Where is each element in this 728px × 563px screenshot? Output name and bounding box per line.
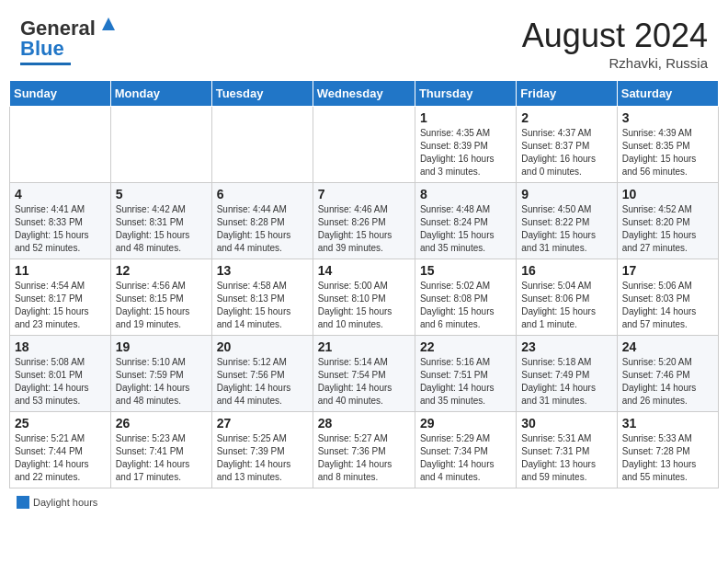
day-info: Sunrise: 4:52 AM Sunset: 8:20 PM Dayligh… — [622, 203, 713, 255]
day-number: 3 — [622, 110, 713, 125]
day-number: 17 — [622, 263, 713, 278]
calendar-week-row: 25Sunrise: 5:21 AM Sunset: 7:44 PM Dayli… — [10, 412, 719, 488]
day-number: 4 — [15, 187, 106, 201]
day-info: Sunrise: 4:44 AM Sunset: 8:28 PM Dayligh… — [217, 203, 308, 255]
table-row: 21Sunrise: 5:14 AM Sunset: 7:54 PM Dayli… — [313, 336, 415, 412]
table-row: 26Sunrise: 5:23 AM Sunset: 7:41 PM Dayli… — [110, 412, 211, 488]
table-row: 17Sunrise: 5:06 AM Sunset: 8:03 PM Dayli… — [617, 259, 718, 336]
day-number: 25 — [15, 416, 106, 431]
day-number: 20 — [217, 339, 308, 354]
logo: General Blue — [20, 17, 119, 65]
day-number: 16 — [521, 263, 611, 278]
day-info: Sunrise: 5:14 AM Sunset: 7:54 PM Dayligh… — [318, 356, 410, 408]
day-number: 11 — [15, 263, 106, 278]
day-number: 12 — [116, 263, 207, 278]
col-tuesday: Tuesday — [211, 81, 313, 107]
day-number: 14 — [318, 263, 410, 278]
calendar-table: Sunday Monday Tuesday Wednesday Thursday… — [9, 80, 719, 488]
day-number: 24 — [622, 339, 713, 354]
table-row: 8Sunrise: 4:48 AM Sunset: 8:24 PM Daylig… — [415, 183, 516, 259]
day-info: Sunrise: 5:29 AM Sunset: 7:34 PM Dayligh… — [420, 432, 511, 484]
day-number: 23 — [521, 339, 611, 354]
day-number: 26 — [116, 416, 207, 431]
col-thursday: Thursday — [415, 81, 516, 107]
col-saturday: Saturday — [617, 81, 718, 107]
calendar-week-row: 11Sunrise: 4:54 AM Sunset: 8:17 PM Dayli… — [10, 259, 719, 336]
table-row: 20Sunrise: 5:12 AM Sunset: 7:56 PM Dayli… — [211, 336, 313, 412]
day-number: 10 — [622, 187, 713, 201]
day-info: Sunrise: 5:31 AM Sunset: 7:31 PM Dayligh… — [521, 432, 611, 484]
logo-blue-text: Blue — [20, 37, 64, 61]
day-info: Sunrise: 5:10 AM Sunset: 7:59 PM Dayligh… — [116, 356, 207, 408]
table-row: 25Sunrise: 5:21 AM Sunset: 7:44 PM Dayli… — [10, 412, 111, 488]
table-row — [211, 107, 313, 183]
calendar-footer: Daylight hours — [9, 494, 719, 511]
table-row: 11Sunrise: 4:54 AM Sunset: 8:17 PM Dayli… — [10, 259, 111, 336]
day-info: Sunrise: 5:21 AM Sunset: 7:44 PM Dayligh… — [15, 432, 106, 484]
calendar-week-row: 1Sunrise: 4:35 AM Sunset: 8:39 PM Daylig… — [10, 107, 719, 183]
table-row: 14Sunrise: 5:00 AM Sunset: 8:10 PM Dayli… — [313, 259, 415, 336]
day-number: 18 — [15, 339, 106, 354]
table-row: 3Sunrise: 4:39 AM Sunset: 8:35 PM Daylig… — [617, 107, 718, 183]
table-row: 23Sunrise: 5:18 AM Sunset: 7:49 PM Dayli… — [517, 336, 617, 412]
day-info: Sunrise: 5:33 AM Sunset: 7:28 PM Dayligh… — [622, 432, 713, 484]
day-info: Sunrise: 4:41 AM Sunset: 8:33 PM Dayligh… — [15, 203, 106, 255]
table-row: 6Sunrise: 4:44 AM Sunset: 8:28 PM Daylig… — [211, 183, 313, 259]
legend-color-box — [17, 496, 29, 509]
day-number: 9 — [521, 187, 611, 201]
calendar-week-row: 18Sunrise: 5:08 AM Sunset: 8:01 PM Dayli… — [10, 336, 719, 412]
table-row: 30Sunrise: 5:31 AM Sunset: 7:31 PM Dayli… — [517, 412, 617, 488]
day-info: Sunrise: 5:08 AM Sunset: 8:01 PM Dayligh… — [15, 356, 106, 408]
table-row: 12Sunrise: 4:56 AM Sunset: 8:15 PM Dayli… — [110, 259, 211, 336]
table-row: 15Sunrise: 5:02 AM Sunset: 8:08 PM Dayli… — [415, 259, 516, 336]
day-number: 31 — [622, 416, 713, 431]
table-row: 2Sunrise: 4:37 AM Sunset: 8:37 PM Daylig… — [517, 107, 617, 183]
day-info: Sunrise: 4:39 AM Sunset: 8:35 PM Dayligh… — [622, 127, 713, 178]
day-info: Sunrise: 5:23 AM Sunset: 7:41 PM Dayligh… — [116, 432, 207, 484]
day-number: 6 — [217, 187, 308, 201]
day-number: 13 — [217, 263, 308, 278]
day-info: Sunrise: 4:35 AM Sunset: 8:39 PM Dayligh… — [420, 127, 511, 178]
table-row: 4Sunrise: 4:41 AM Sunset: 8:33 PM Daylig… — [10, 183, 111, 259]
day-info: Sunrise: 5:20 AM Sunset: 7:46 PM Dayligh… — [622, 356, 713, 408]
table-row: 13Sunrise: 4:58 AM Sunset: 8:13 PM Dayli… — [211, 259, 313, 336]
table-row — [10, 107, 111, 183]
table-row — [110, 107, 211, 183]
table-row: 5Sunrise: 4:42 AM Sunset: 8:31 PM Daylig… — [110, 183, 211, 259]
table-row: 1Sunrise: 4:35 AM Sunset: 8:39 PM Daylig… — [415, 107, 516, 183]
title-block: August 2024 Rzhavki, Russia — [522, 17, 708, 71]
day-info: Sunrise: 5:16 AM Sunset: 7:51 PM Dayligh… — [420, 356, 511, 408]
day-info: Sunrise: 4:42 AM Sunset: 8:31 PM Dayligh… — [116, 203, 207, 255]
day-number: 1 — [420, 110, 511, 125]
day-info: Sunrise: 4:54 AM Sunset: 8:17 PM Dayligh… — [15, 280, 106, 331]
svg-marker-0 — [102, 17, 115, 30]
table-row: 27Sunrise: 5:25 AM Sunset: 7:39 PM Dayli… — [211, 412, 313, 488]
page-header: General Blue August 2024 Rzhavki, Russia — [9, 9, 719, 75]
day-info: Sunrise: 4:48 AM Sunset: 8:24 PM Dayligh… — [420, 203, 511, 255]
table-row: 22Sunrise: 5:16 AM Sunset: 7:51 PM Dayli… — [415, 336, 516, 412]
day-info: Sunrise: 5:27 AM Sunset: 7:36 PM Dayligh… — [318, 432, 410, 484]
col-friday: Friday — [517, 81, 617, 107]
table-row: 29Sunrise: 5:29 AM Sunset: 7:34 PM Dayli… — [415, 412, 516, 488]
col-wednesday: Wednesday — [313, 81, 415, 107]
daylight-legend: Daylight hours — [17, 496, 97, 509]
table-row: 16Sunrise: 5:04 AM Sunset: 8:06 PM Dayli… — [517, 259, 617, 336]
day-number: 27 — [217, 416, 308, 431]
table-row: 24Sunrise: 5:20 AM Sunset: 7:46 PM Dayli… — [617, 336, 718, 412]
day-info: Sunrise: 4:46 AM Sunset: 8:26 PM Dayligh… — [318, 203, 410, 255]
day-number: 29 — [420, 416, 511, 431]
day-number: 8 — [420, 187, 511, 201]
table-row: 31Sunrise: 5:33 AM Sunset: 7:28 PM Dayli… — [617, 412, 718, 488]
day-number: 7 — [318, 187, 410, 201]
calendar-header-row: Sunday Monday Tuesday Wednesday Thursday… — [10, 81, 719, 107]
day-info: Sunrise: 5:25 AM Sunset: 7:39 PM Dayligh… — [217, 432, 308, 484]
day-info: Sunrise: 4:50 AM Sunset: 8:22 PM Dayligh… — [521, 203, 611, 255]
day-number: 28 — [318, 416, 410, 431]
day-info: Sunrise: 4:58 AM Sunset: 8:13 PM Dayligh… — [217, 280, 308, 331]
logo-underline — [20, 63, 71, 65]
day-number: 19 — [116, 339, 207, 354]
day-info: Sunrise: 5:06 AM Sunset: 8:03 PM Dayligh… — [622, 280, 713, 331]
day-info: Sunrise: 5:04 AM Sunset: 8:06 PM Dayligh… — [521, 280, 611, 331]
calendar-week-row: 4Sunrise: 4:41 AM Sunset: 8:33 PM Daylig… — [10, 183, 719, 259]
col-sunday: Sunday — [10, 81, 111, 107]
